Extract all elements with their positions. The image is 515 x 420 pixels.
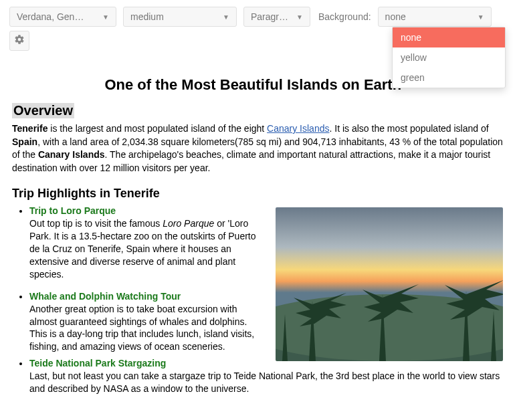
highlight-body: Out top tip is to visit the famous Loro … [29,218,256,280]
gear-icon [14,34,25,47]
overview-heading: Overview [12,103,74,118]
caret-down-icon: ▼ [102,13,109,21]
highlight-title: Whale and Dolphin Watching Tour [29,291,181,302]
highlights-list-continued: Teide National Park Stargazing Last, but… [12,357,503,395]
canary-islands-link[interactable]: Canary Islands [267,123,329,134]
intro-bold-canary: Canary Islands [38,149,105,160]
caret-down-icon: ▼ [478,13,484,21]
highlights-heading: Trip Highlights in Tenerife [12,187,503,201]
highlight-body: Another great option is to take boat exc… [29,304,254,352]
editor-content[interactable]: One of the Most Beautiful Islands on Ear… [9,51,506,411]
intro-bold-tenerife: Tenerife [12,123,47,134]
background-option-green[interactable]: green [393,68,505,88]
list-item: Teide National Park Stargazing Last, but… [29,357,503,395]
font-family-dropdown[interactable]: Verdana, Gen… ▼ [9,7,116,27]
background-value: none [385,11,406,22]
list-item: Trip to Loro Parque Out top tip is to vi… [29,205,260,280]
highlights-list: Trip to Loro Parque Out top tip is to vi… [12,205,260,353]
trip-row: Trip to Loro Parque Out top tip is to vi… [12,205,503,362]
settings-button[interactable] [9,31,29,51]
background-label: Background: [318,11,371,22]
caret-down-icon: ▼ [223,13,229,21]
font-family-value: Verdana, Gen… [17,11,84,22]
intro-bold-spain: Spain [12,136,37,147]
highlight-title: Trip to Loro Parque [29,205,116,216]
toolbar: Verdana, Gen… ▼ medium ▼ Paragraph ▼ Bac… [9,7,506,27]
background-dropdown[interactable]: none ▼ [378,7,492,27]
block-format-dropdown[interactable]: Paragraph ▼ [243,7,310,27]
highlight-title: Teide National Park Stargazing [29,358,166,369]
trip-text-column: Trip to Loro Parque Out top tip is to vi… [12,205,260,362]
background-dropdown-menu: none yellow green [392,27,506,88]
background-option-yellow[interactable]: yellow [393,47,505,68]
highlight-body: Last, but not least you can take a starg… [29,371,500,394]
background-option-none[interactable]: none [393,27,505,47]
font-size-dropdown[interactable]: medium ▼ [123,7,237,27]
editor-app: Verdana, Gen… ▼ medium ▼ Paragraph ▼ Bac… [0,0,515,420]
font-size-value: medium [130,11,164,22]
block-format-value: Paragraph [251,11,291,22]
tenerife-photo [276,207,503,361]
caret-down-icon: ▼ [296,13,303,21]
intro-paragraph: Tenerife is the largest and most populat… [12,122,503,175]
list-item: Whale and Dolphin Watching Tour Another … [29,290,260,353]
